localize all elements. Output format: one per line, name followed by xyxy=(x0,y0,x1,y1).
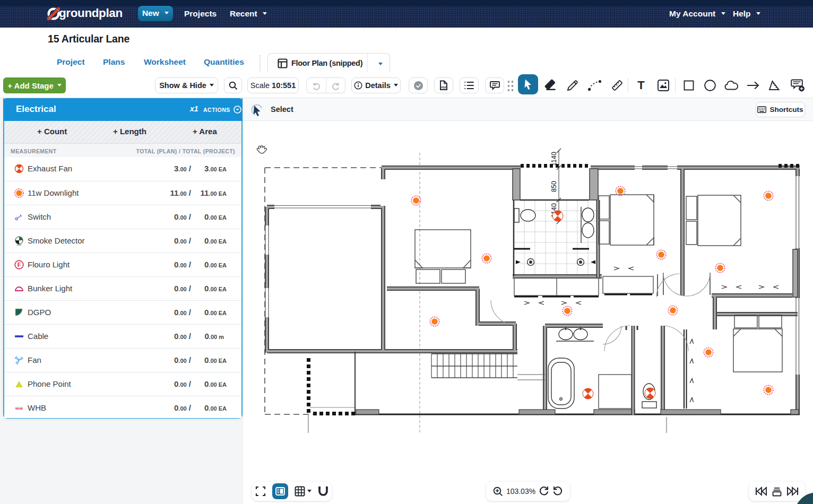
svg-text:850: 850 xyxy=(550,181,558,192)
svg-text:1140: 1140 xyxy=(550,152,558,166)
